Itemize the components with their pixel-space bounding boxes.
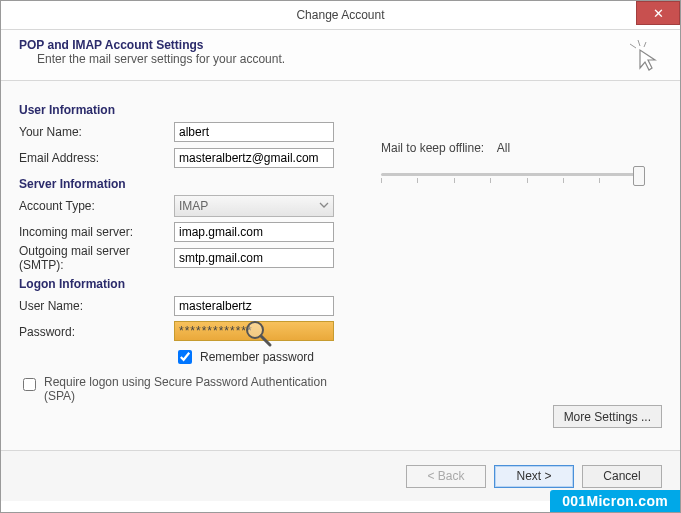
section-user-information: User Information [19, 103, 662, 117]
svg-line-1 [638, 40, 640, 46]
label-email-address: Email Address: [19, 151, 174, 165]
label-password: Password: [19, 325, 174, 339]
section-logon-information: Logon Information [19, 277, 662, 291]
spa-checkbox[interactable] [23, 378, 36, 391]
label-user-name: User Name: [19, 299, 174, 313]
account-type-dropdown: IMAP [174, 195, 334, 217]
cursor-decoration-icon [628, 38, 662, 75]
incoming-server-input[interactable] [174, 222, 334, 242]
label-incoming-server: Incoming mail server: [19, 225, 174, 239]
label-your-name: Your Name: [19, 125, 174, 139]
spa-label: Require logon using Secure Password Auth… [44, 375, 344, 403]
next-button[interactable]: Next > [494, 465, 574, 488]
slider-thumb[interactable] [633, 166, 645, 186]
cancel-button[interactable]: Cancel [582, 465, 662, 488]
outgoing-server-input[interactable] [174, 248, 334, 268]
page-heading: POP and IMAP Account Settings [19, 38, 662, 52]
watermark: 001Micron.com [550, 490, 680, 512]
account-type-value: IMAP [179, 199, 208, 213]
password-mask: ************* [179, 324, 253, 338]
mail-keep-value: All [497, 141, 510, 155]
your-name-input[interactable] [174, 122, 334, 142]
close-icon: ✕ [653, 6, 664, 21]
svg-line-0 [630, 44, 636, 48]
label-outgoing-server: Outgoing mail server (SMTP): [19, 244, 174, 272]
mail-offline-slider[interactable] [381, 169, 641, 189]
back-button: < Back [406, 465, 486, 488]
chevron-down-icon [319, 199, 329, 213]
password-input[interactable]: ************* [174, 321, 334, 341]
window-title: Change Account [296, 8, 384, 22]
titlebar: Change Account ✕ [1, 1, 680, 30]
user-name-input[interactable] [174, 296, 334, 316]
remember-password-checkbox[interactable] [178, 350, 192, 364]
page-subheading: Enter the mail server settings for your … [37, 52, 662, 66]
remember-password-label: Remember password [200, 350, 314, 364]
close-button[interactable]: ✕ [636, 1, 680, 25]
email-address-input[interactable] [174, 148, 334, 168]
label-account-type: Account Type: [19, 199, 174, 213]
more-settings-button[interactable]: More Settings ... [553, 405, 662, 428]
mail-keep-label: Mail to keep offline: [381, 141, 484, 155]
header-area: POP and IMAP Account Settings Enter the … [1, 30, 680, 81]
svg-line-2 [644, 42, 646, 47]
